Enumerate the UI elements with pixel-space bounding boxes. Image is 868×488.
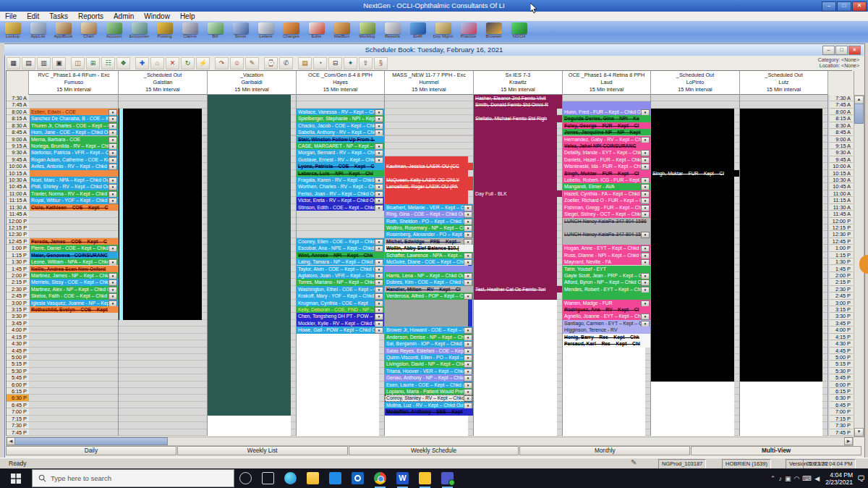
time-slot[interactable]: 9:30 A: [7, 149, 29, 156]
time-slot[interactable]: 8:45 A: [7, 129, 29, 135]
time-slot[interactable]: 9:45 A: [7, 156, 29, 163]
appointment[interactable]: Chacko, Jacob - COE – Kept – Chk▾: [297, 122, 384, 129]
appointment-slot[interactable]: [563, 238, 650, 245]
time-slot[interactable]: 10:45 A: [7, 183, 29, 190]
appointment-dropdown[interactable]: ▾: [464, 239, 472, 245]
time-slot[interactable]: 8:00 A: [7, 109, 29, 115]
appointment-dropdown[interactable]: ▾: [375, 198, 383, 203]
appointment-dropdown[interactable]: ▾: [464, 375, 472, 381]
scheduler-tool-7-icon[interactable]: ❖: [116, 57, 130, 70]
appointment-dropdown[interactable]: ▾: [641, 198, 650, 203]
appointment-dropdown[interactable]: ▾: [375, 293, 383, 299]
scheduler-tool-18-icon[interactable]: ▤: [298, 57, 312, 70]
toolbar-applist[interactable]: AppList: [25, 22, 51, 39]
time-slot[interactable]: 1:30 P: [830, 258, 853, 265]
appointment-dropdown[interactable]: ▾: [464, 211, 472, 217]
appointment[interactable]: Russ, Dianne - NPI – Kept – Chkd C▾: [563, 252, 650, 258]
store-icon[interactable]: [329, 472, 341, 484]
appointment-slot[interactable]: [563, 224, 650, 231]
appointment[interactable]: Leone, William - NPA – Kept – Chkd▾: [30, 258, 118, 265]
time-slot[interactable]: 5:30 P: [7, 368, 29, 374]
appointment-dropdown[interactable]: ▾: [375, 184, 383, 190]
time-slot[interactable]: 6:15 P: [7, 388, 29, 395]
outlook-icon[interactable]: [352, 472, 364, 484]
toolbar-reports[interactable]: Reports: [380, 22, 405, 39]
appointment-dropdown[interactable]: ▾: [464, 205, 472, 211]
appointment-dropdown[interactable]: ▾: [641, 321, 650, 327]
time-slot[interactable]: 5:00 P: [7, 354, 29, 361]
appointment[interactable]: Genao, Anthony - NP – Kept – Chkd▾: [385, 374, 473, 381]
time-slot[interactable]: 2:00 P: [7, 272, 29, 279]
time-slot[interactable]: 4:45 P: [830, 348, 853, 354]
appointment-dropdown[interactable]: ▾: [375, 273, 383, 279]
time-slot[interactable]: 9:00 A: [830, 136, 853, 143]
time-slot[interactable]: 5:15 P: [7, 361, 29, 367]
appointment[interactable]: Smith, Donald Femto Std Omni R: [474, 101, 562, 108]
scheduler-tool-20-icon[interactable]: ⊟: [328, 57, 342, 70]
appointment[interactable]: Gustave, Ernest - RV – Kept – Chkd▾: [297, 156, 384, 163]
scheduler-tool-0-icon[interactable]: ▦: [7, 57, 20, 70]
appointment[interactable]: Salas Reyes, Estefani - COE – Kept▾: [385, 348, 473, 354]
time-slot[interactable]: 12:00 P: [7, 218, 29, 224]
appointment[interactable]: Jones, Jacquline NP – NP – Kept: [563, 129, 650, 135]
time-slot[interactable]: 4:15 P: [7, 334, 29, 340]
appointment-dropdown[interactable]: ▾: [641, 287, 650, 293]
time-slot[interactable]: 5:15 P: [830, 361, 853, 367]
appointment-dropdown[interactable]: ▾: [375, 300, 383, 306]
toolbar-ehr[interactable]: EHR: [405, 22, 430, 39]
appointment-dropdown[interactable]: ▾: [641, 157, 650, 163]
scheduler-tool-22-icon[interactable]: ⇪: [359, 57, 373, 70]
time-slot[interactable]: 11:30 A: [7, 204, 29, 211]
appointment[interactable]: Mendes, Robert - EYT – Kept – Chk▾: [563, 286, 650, 293]
appointment-dropdown[interactable]: ▾: [375, 177, 383, 183]
appointment[interactable]: Rogan Adam, Catherine - COE – Ke▾: [30, 156, 118, 163]
appointment[interactable]: Fishman, Gregg - FUR – Kept – Chk▾: [563, 204, 650, 211]
appointment[interactable]: Wallace, Vanessa - RV – Kept – Ch▾: [297, 109, 384, 115]
appointment[interactable]: Harris, Lena - NP – Kept – Chkd Ou▾: [385, 272, 473, 279]
close-button[interactable]: ✕: [852, 1, 867, 12]
appointment-dropdown[interactable]: ▾: [109, 259, 117, 265]
tab-multi-view[interactable]: Multi-View: [691, 446, 861, 455]
appointment[interactable]: Worthen, Charles - RV – Kept – Chk▾: [297, 183, 384, 190]
appointment-dropdown[interactable]: ▾: [641, 137, 650, 143]
time-slot[interactable]: 12:30 P: [830, 231, 853, 237]
teams-icon[interactable]: [441, 472, 454, 484]
appointment-dropdown[interactable]: ▾: [109, 293, 117, 299]
appointment-dropdown[interactable]: ▾: [641, 245, 650, 251]
time-slot[interactable]: 4:30 P: [830, 340, 853, 347]
appointment-dropdown[interactable]: ▾: [109, 164, 117, 169]
time-slot[interactable]: 10:30 A: [830, 177, 853, 183]
appointment-dropdown[interactable]: ▾: [641, 205, 650, 211]
appointment[interactable]: Krakoff, Mary - YOF – Kept – Chkd (▾: [297, 293, 384, 299]
time-slot[interactable]: 1:30 P: [7, 258, 29, 265]
appointment[interactable]: Taylor, Alvin - COE – Kept – Chkd O▾: [297, 266, 384, 272]
appointment[interactable]: Schaffer, Lawrence - NPA – Kept –▾: [385, 252, 473, 258]
time-slot[interactable]: 6:00 P: [830, 382, 853, 388]
appointment-dropdown[interactable]: ▾: [375, 157, 383, 163]
time-slot[interactable]: 11:00 A: [830, 190, 853, 197]
appointment-dropdown[interactable]: ▾: [375, 321, 383, 327]
word-icon[interactable]: W: [396, 472, 409, 484]
toolbar-charges[interactable]: Charges: [278, 22, 304, 39]
scheduler-titlebar[interactable]: Scheduler Book: Tuesday, February 16, 20…: [4, 44, 864, 56]
appointment-dropdown[interactable]: ▾: [375, 205, 383, 211]
time-slot[interactable]: 10:45 A: [830, 183, 853, 190]
scheduler-tool-2-icon[interactable]: ▥: [37, 57, 51, 70]
time-slot[interactable]: 12:00 P: [830, 218, 853, 224]
time-slot[interactable]: 10:15 A: [830, 170, 853, 177]
time-slot[interactable]: 6:15 P: [830, 388, 853, 395]
scheduler-tool-3-icon[interactable]: ▣: [52, 57, 66, 70]
time-slot[interactable]: 7:00 P: [830, 408, 853, 415]
appointment-dropdown[interactable]: ▾: [464, 395, 472, 401]
appointment-dropdown[interactable]: ▾: [109, 137, 117, 143]
time-slot[interactable]: 2:15 P: [7, 279, 29, 285]
explorer-icon[interactable]: [307, 472, 319, 484]
horizontal-scroll-thumb[interactable]: [14, 437, 168, 445]
appointment[interactable]: Hunn, Fred - FUR – Kept – Chkd O▾: [563, 109, 650, 115]
appointment[interactable]: Skelos, Faith - COE – Kept – Chkd (▾: [30, 293, 118, 299]
appointment[interactable]: Wollin, Abby Slef Balance $10.(: [385, 245, 473, 251]
appointment-dropdown[interactable]: ▾: [109, 130, 117, 135]
appointment[interactable]: Conroy, Stanley - RV – Kept – Chkd▾: [385, 395, 473, 401]
tab-weekly-schedule[interactable]: Weekly Schedule: [349, 446, 519, 455]
appointment[interactable]: Hazell, Cynthia - FA – Kept – Chkd (▾: [563, 190, 650, 197]
